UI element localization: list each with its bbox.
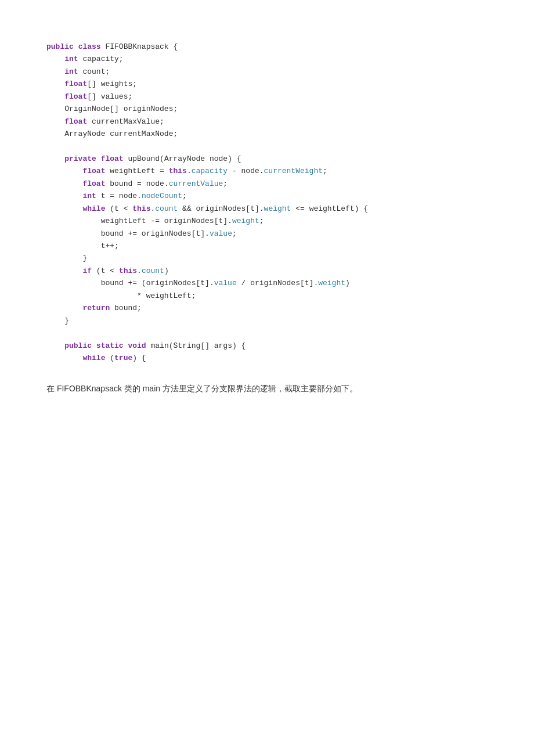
code-line-10: float weightLeft = this.capacity - node.…: [46, 165, 488, 177]
code-line-15: bound += originNodes[t].value;: [46, 228, 488, 240]
code-line-4: float[] weights;: [46, 78, 488, 90]
code-line-6: OriginNode[] originNodes;: [46, 103, 488, 115]
code-line-5: float[] values;: [46, 91, 488, 103]
code-line-9: private float upBound(ArrayNode node) {: [46, 153, 488, 165]
code-line-13: while (t < this.count && originNodes[t].…: [46, 203, 488, 215]
code-line-20: * weightLeft;: [46, 290, 488, 302]
prose-text: 在 FIFOBBKnapsack 类的 main 方法里定义了分支限界法的逻辑，…: [46, 384, 358, 393]
code-line-24: while (true) {: [46, 352, 488, 364]
code-line-19: bound += (originNodes[t].value / originN…: [46, 277, 488, 289]
code-block: public class FIFOBBKnapsack { int capaci…: [46, 35, 488, 370]
code-line-blank1: [46, 141, 488, 153]
code-line-14: weightLeft -= originNodes[t].weight;: [46, 215, 488, 227]
code-line-7: float currentMaxValue;: [46, 116, 488, 128]
prose-paragraph: 在 FIFOBBKnapsack 类的 main 方法里定义了分支限界法的逻辑，…: [46, 381, 488, 396]
code-line-1: public class FIFOBBKnapsack {: [46, 41, 488, 53]
code-line-12: int t = node.nodeCount;: [46, 190, 488, 202]
code-line-11: float bound = node.currentValue;: [46, 178, 488, 190]
code-line-16: t++;: [46, 240, 488, 252]
code-line-2: int capacity;: [46, 53, 488, 65]
code-line-blank2: [46, 327, 488, 339]
code-line-22: }: [46, 315, 488, 327]
code-line-23: public static void main(String[] args) {: [46, 340, 488, 352]
code-line-17: }: [46, 252, 488, 264]
code-line-21: return bound;: [46, 302, 488, 314]
code-line-18: if (t < this.count): [46, 265, 488, 277]
code-line-8: ArrayNode currentMaxNode;: [46, 128, 488, 140]
code-line-3: int count;: [46, 66, 488, 78]
